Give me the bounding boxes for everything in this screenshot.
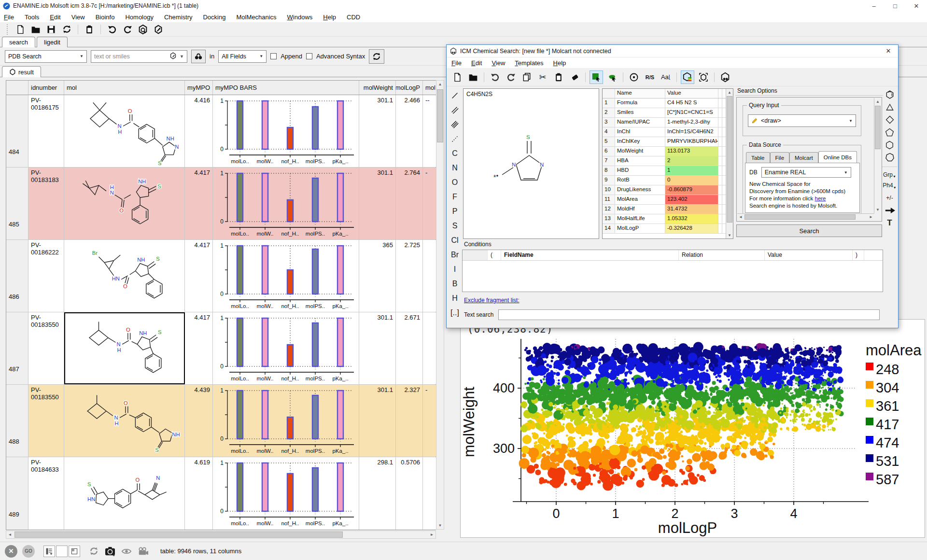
property-row[interactable]: 8HBD1 — [603, 166, 733, 176]
molecule-structure[interactable]: S HN O N — [64, 457, 185, 530]
atom-c-button[interactable]: C — [448, 146, 462, 160]
cs-menu-templates[interactable]: Templates — [515, 59, 543, 67]
molecule-structure[interactable]: NH O NHN S — [64, 95, 185, 167]
options-horizontal-scrollbar[interactable]: ◄ ► — [737, 213, 874, 221]
group-button[interactable]: Grp▼ — [882, 167, 897, 179]
sketch-icon[interactable] — [169, 52, 177, 61]
menu-tools[interactable]: Tools — [25, 14, 39, 21]
cs-menu-view[interactable]: View — [492, 59, 505, 67]
redo-icon[interactable] — [122, 24, 133, 35]
property-row[interactable]: 7HBA2 — [603, 156, 733, 166]
find-button[interactable] — [191, 50, 206, 63]
scroll-down-icon[interactable]: ▼ — [436, 522, 444, 529]
menu-file[interactable]: File — [4, 14, 14, 21]
tab-ligedit[interactable]: ligedit — [37, 37, 68, 47]
molecule-structure[interactable]: HN O NH S — [64, 168, 185, 239]
tab-molcart[interactable]: Molcart — [789, 152, 818, 163]
cyclobutane-icon[interactable] — [882, 113, 897, 126]
atom-f-button[interactable]: F — [448, 190, 462, 204]
cs-eraser-icon[interactable] — [568, 70, 581, 84]
col-mollogp[interactable]: molLogP — [396, 81, 423, 95]
table-row[interactable]: 489 PV-00184633 S HN O N 4.619 10 — [6, 457, 435, 530]
movie-camera-icon[interactable] — [137, 546, 149, 557]
save-icon[interactable] — [45, 24, 57, 35]
property-row[interactable]: 5InChIKeyPMRYVIKBURPHAH — [603, 137, 733, 147]
query-input-select[interactable]: <draw> ▼ — [748, 114, 856, 127]
single-bond-icon[interactable] — [448, 88, 462, 102]
cs-menu-help[interactable]: Help — [553, 59, 566, 67]
search-mode-select[interactable]: PDB Search▼ — [5, 50, 87, 63]
cs-cut-icon[interactable]: ✂ — [536, 70, 549, 84]
atom-custom-button[interactable]: [..] — [448, 306, 462, 320]
cs-redo-icon[interactable] — [504, 70, 518, 84]
col-mol2[interactable]: mol — [423, 81, 436, 95]
ligand-edit-icon[interactable] — [153, 24, 164, 35]
advanced-syntax-checkbox[interactable] — [306, 53, 312, 59]
property-row[interactable]: 9RotB0 — [603, 176, 733, 185]
table-row[interactable]: 484 PV-00186175 NH O NHN S 4.416 10molLo… — [6, 95, 435, 168]
cs-copy-icon[interactable] — [520, 70, 534, 84]
layout-blank-button[interactable] — [56, 546, 68, 557]
scroll-down-icon[interactable]: ▼ — [726, 232, 733, 238]
append-checkbox[interactable] — [270, 53, 277, 59]
text-tool-button[interactable]: T — [882, 217, 897, 229]
menu-docking[interactable]: Docking — [203, 14, 225, 21]
menu-cdd[interactable]: CDD — [347, 14, 360, 21]
conditions-table[interactable]: ( FieldName Relation Value ) — [462, 250, 883, 292]
molecule-structure[interactable]: Br HN O NH S — [64, 240, 185, 312]
scatter-plot[interactable]: 01234400300molLogPmolWeight — [461, 320, 926, 538]
atom-b-button[interactable]: B — [448, 277, 462, 291]
col-idnumber[interactable]: idnumber — [28, 81, 64, 95]
search-button[interactable]: Search — [736, 224, 882, 237]
tab-online-dbs[interactable]: Online DBs — [818, 151, 857, 163]
property-row[interactable]: 4InChIInChI=1S/C4H6N2 — [603, 127, 733, 137]
table-row[interactable]: 488 PV-00183550 NH O NH S 4.439 10molLo.… — [6, 385, 435, 457]
sync-icon[interactable] — [61, 24, 72, 35]
triple-bond-icon[interactable] — [448, 117, 462, 131]
maximize-icon[interactable]: □ — [885, 0, 906, 12]
tab-file[interactable]: File — [770, 152, 790, 163]
menu-edit[interactable]: Edit — [50, 14, 60, 21]
scroll-up-icon[interactable]: ▲ — [726, 89, 733, 96]
open-folder-icon[interactable] — [30, 24, 42, 35]
refresh-search-button[interactable] — [369, 49, 384, 64]
db-select[interactable]: Enamine REAL▼ — [761, 167, 851, 178]
chevron-down-icon[interactable]: ▼ — [180, 54, 184, 59]
chemical-search-icon[interactable] — [137, 24, 149, 35]
table-row[interactable]: 485 PV-00183183 HN O NH S 4.417 10molLo.… — [6, 168, 435, 240]
stop-button[interactable]: ✕ — [5, 545, 17, 558]
cycloheptane-icon[interactable] — [882, 151, 897, 164]
col-mympo[interactable]: myMPO — [185, 81, 213, 95]
chemsearch-close-icon[interactable]: ✕ — [879, 45, 898, 57]
menu-windows[interactable]: Windows — [287, 14, 313, 21]
minimize-icon[interactable]: – — [863, 0, 885, 12]
cs-paste-icon[interactable] — [552, 70, 565, 84]
scroll-left-icon[interactable]: ◄ — [6, 531, 14, 538]
property-row[interactable]: 13MolHalfLife1.05332 — [603, 214, 733, 224]
atom-br-button[interactable]: Br — [448, 248, 462, 262]
atom-cl-button[interactable]: Cl — [448, 233, 462, 247]
table-horizontal-scrollbar[interactable]: ◄ ► — [6, 531, 436, 539]
dashed-bond-icon[interactable] — [448, 132, 462, 146]
menu-chemistry[interactable]: Chemistry — [164, 14, 193, 21]
charge-button[interactable]: +/- — [882, 192, 897, 204]
atom-p-button[interactable]: P — [448, 204, 462, 218]
table-row[interactable]: 487 PV-00183550 NH O NH S 4.417 10molLo.… — [6, 312, 435, 385]
status-refresh-icon[interactable] — [88, 546, 99, 557]
property-scrollbar[interactable]: ▲ ▼ — [726, 89, 733, 238]
molecule-structure-selected[interactable]: NH O NH S — [64, 312, 185, 384]
paste-icon[interactable] — [84, 24, 95, 35]
screenshot-camera-icon[interactable] — [104, 546, 116, 557]
table-row[interactable]: 486 PV-00186222 Br HN O NH S 4.417 10mol… — [6, 240, 435, 312]
scroll-up-icon[interactable]: ▲ — [436, 81, 444, 88]
cs-atom-icon[interactable] — [627, 70, 641, 84]
cs-menu-edit[interactable]: Edit — [471, 59, 482, 67]
menu-molmechanics[interactable]: MolMechanics — [236, 14, 276, 21]
ph4-button[interactable]: Ph4▼ — [882, 179, 897, 192]
close-icon[interactable]: ✕ — [906, 0, 927, 12]
cs-text-tool-button[interactable]: Aa⌊ — [659, 70, 673, 84]
property-row[interactable]: 12MoldHf31.4732 — [603, 205, 733, 214]
here-link[interactable]: here — [815, 196, 826, 201]
property-row[interactable]: 3Name/IUPAC1-methyl-2,3-dihy — [603, 118, 733, 127]
atom-s-button[interactable]: S — [448, 219, 462, 233]
